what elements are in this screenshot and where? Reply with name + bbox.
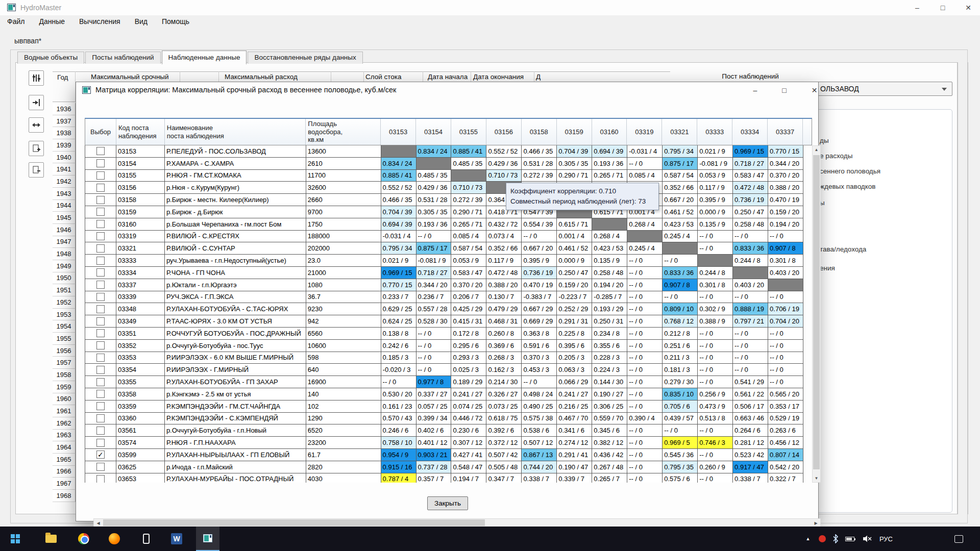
corr-cell[interactable]: 0.272 / 39	[451, 194, 486, 206]
corr-cell[interactable]: 0.423 / 53	[592, 242, 627, 255]
checkbox[interactable]	[96, 402, 105, 410]
corr-cell[interactable]: 0.541 / 29	[733, 376, 768, 388]
menu-view[interactable]: Вид	[128, 15, 155, 29]
corr-cell[interactable]: -- / 0	[627, 473, 663, 483]
corr-cell[interactable]: 0.461 / 52	[557, 242, 592, 255]
year-row[interactable]: 1955	[53, 333, 76, 345]
corr-cell[interactable]: -- / 0	[627, 315, 663, 328]
corr-cell[interactable]: -- / 0	[768, 376, 803, 388]
corr-cell[interactable]: 0.915 / 16	[381, 461, 416, 473]
corr-cell[interactable]: -- / 0	[698, 242, 733, 255]
corr-cell[interactable]: 0.557 / 28	[416, 303, 452, 315]
corr-cell[interactable]: 0.258 / 48	[592, 267, 627, 279]
corr-cell[interactable]: 0.144 / 30	[592, 376, 627, 388]
corr-cell[interactable]: 0.583 / 47	[451, 267, 486, 279]
corr-cell[interactable]: 0.954 / 9	[381, 449, 416, 461]
corr-cell[interactable]: 0.073 / 25	[486, 400, 522, 413]
corr-cell[interactable]: 0.338 / 7	[522, 473, 557, 483]
corr-cell[interactable]: 0.758 / 10	[381, 437, 416, 449]
corr-cell[interactable]: 0.241 / 27	[557, 388, 592, 400]
corr-cell[interactable]: 0.193 / 36	[416, 218, 452, 231]
corr-cell[interactable]: -- / 0	[733, 364, 768, 376]
menu-help[interactable]: Помощь	[155, 15, 197, 29]
corr-cell[interactable]: -- / 0	[627, 328, 663, 340]
corr-cell[interactable]: 0.833 / 36	[663, 267, 698, 279]
tab-restored-series[interactable]: Восстановленные ряды данных	[248, 52, 362, 64]
checkbox[interactable]	[96, 232, 105, 240]
corr-cell[interactable]: 0.399 / 34	[416, 413, 452, 425]
corr-cell[interactable]: 0.704 / 39	[381, 206, 416, 218]
file-explorer-button[interactable]	[40, 527, 62, 551]
corr-cell[interactable]: -0.383 / 7	[522, 291, 557, 304]
corr-cell[interactable]: 0.833 / 36	[733, 242, 768, 255]
corr-cell[interactable]: 0.265 / 71	[451, 218, 486, 231]
corr-cell[interactable]: 0.347 / 7	[486, 473, 522, 483]
corr-cell[interactable]: 0.189 / 29	[451, 376, 486, 388]
corr-cell[interactable]: 0.193 / 29	[592, 303, 627, 315]
corr-cell[interactable]: 0.338 / 7	[733, 473, 768, 483]
corr-cell[interactable]: 0.575 / 38	[522, 413, 557, 425]
horizontal-scroll-thumb[interactable]	[103, 519, 485, 526]
corr-cell[interactable]: 0.506 / 17	[733, 400, 768, 413]
corr-cell[interactable]	[698, 255, 733, 267]
corr-cell[interactable]: -- / 0	[627, 364, 663, 376]
corr-cell[interactable]: -- / 0	[627, 303, 663, 315]
menu-data[interactable]: Данные	[32, 15, 72, 29]
corr-cell[interactable]: 0.473 / 9	[698, 400, 733, 413]
year-row[interactable]: 1948	[53, 248, 76, 260]
maximize-icon[interactable]: □	[931, 0, 954, 15]
year-row[interactable]: 1945	[53, 212, 76, 224]
year-row[interactable]: 1967	[53, 478, 76, 490]
corr-cell[interactable]: -0.031 / 4	[627, 145, 663, 158]
fit-width-button[interactable]	[29, 95, 44, 110]
corr-cell[interactable]: 0.429 / 36	[416, 182, 452, 194]
corr-cell[interactable]: 0.570 / 43	[381, 413, 416, 425]
corr-cell[interactable]: -- / 0	[627, 424, 663, 437]
corr-cell[interactable]: -- / 0	[768, 328, 803, 340]
corr-cell[interactable]: -- / 0	[416, 364, 452, 376]
corr-cell[interactable]: 0.439 / 57	[663, 413, 698, 425]
year-row[interactable]: 1941	[53, 163, 76, 176]
corr-cell[interactable]: 0.395 / 6	[557, 340, 592, 352]
vertical-scroll-thumb[interactable]	[813, 155, 820, 469]
scroll-up-icon[interactable]: ▲	[813, 147, 820, 152]
corr-cell[interactable]: 0.834 / 24	[416, 145, 452, 158]
corr-cell[interactable]: 0.538 / 6	[522, 424, 557, 437]
corr-cell[interactable]: 0.907 / 8	[768, 242, 803, 255]
corr-cell[interactable]: 0.472 / 48	[733, 182, 768, 194]
corr-cell[interactable]: 0.260 / 9	[698, 461, 733, 473]
corr-cell[interactable]: -- / 0	[768, 352, 803, 364]
corr-cell[interactable]: 0.507 / 12	[522, 437, 557, 449]
corr-cell[interactable]: 0.429 / 36	[486, 158, 522, 170]
year-row[interactable]: 1938	[53, 127, 76, 139]
corr-cell[interactable]: -- / 0	[416, 340, 452, 352]
corr-cell[interactable]: 0.193 / 36	[592, 158, 627, 170]
menu-calculations[interactable]: Вычисления	[72, 15, 128, 29]
corr-cell[interactable]: 0.427 / 41	[451, 449, 486, 461]
corr-cell[interactable]: 0.718 / 27	[733, 158, 768, 170]
corr-cell[interactable]: 0.307 / 12	[451, 437, 486, 449]
corr-cell[interactable]: -- / 0	[627, 340, 663, 352]
corr-cell[interactable]: 0.545 / 36	[663, 449, 698, 461]
corr-cell[interactable]: 0.352 / 66	[663, 182, 698, 194]
corr-cell[interactable]: 0.224 / 3	[592, 364, 627, 376]
corr-cell[interactable]: 0.267 / 48	[592, 461, 627, 473]
corr-cell[interactable]: 0.245 / 4	[627, 242, 663, 255]
year-row[interactable]: 1954	[53, 320, 76, 333]
corr-cell[interactable]: -- / 0	[733, 231, 768, 243]
corr-cell[interactable]: 0.021 / 9	[698, 145, 733, 158]
corr-cell[interactable]: -- / 0	[733, 352, 768, 364]
scroll-right-icon[interactable]: ▶	[812, 521, 820, 525]
corr-cell[interactable]: 0.322 / 7	[768, 473, 803, 483]
corr-cell[interactable]: 0.583 / 47	[733, 170, 768, 182]
corr-cell[interactable]: 0.000 / 9	[557, 255, 592, 267]
corr-cell[interactable]: 0.295 / 6	[451, 340, 486, 352]
corr-cell[interactable]: 0.066 / 29	[557, 376, 592, 388]
language-indicator[interactable]: РУС	[876, 527, 896, 551]
firefox-button[interactable]	[103, 527, 126, 551]
close-dialog-button[interactable]: Закрыть	[427, 496, 468, 510]
corr-cell[interactable]: -- / 0	[627, 158, 663, 170]
year-row[interactable]: 1965	[53, 454, 76, 466]
corr-cell[interactable]: 0.074 / 25	[451, 400, 486, 413]
checkbox-checked[interactable]: ✓	[96, 450, 105, 459]
